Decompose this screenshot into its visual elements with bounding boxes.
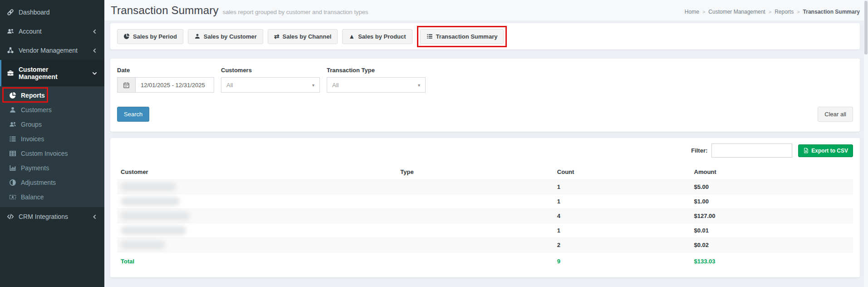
breadcrumb-home[interactable]: Home — [685, 9, 699, 15]
vertical-scrollbar-track[interactable] — [864, 0, 868, 287]
breadcrumb-reports[interactable]: Reports — [775, 9, 794, 15]
link-icon — [7, 9, 14, 16]
calendar-addon[interactable] — [118, 78, 136, 92]
table-total-row: Total 9 $133.03 — [117, 252, 853, 274]
amount-cell: $1.00 — [691, 194, 853, 209]
transaction-type-label: Transaction Type — [327, 67, 426, 74]
customer-cell — [117, 209, 397, 223]
filter-row: Date Customers All ▾ Transaction Type — [117, 67, 853, 93]
exchange-icon: ⇄ — [274, 33, 280, 40]
sidebar: Dashboard Account Vendor Management Cust… — [0, 0, 104, 287]
sidebar-item-label: Customer Management — [19, 66, 87, 80]
count-cell: 1 — [554, 194, 691, 209]
search-filters-panel: Date Customers All ▾ Transaction Type — [110, 59, 860, 132]
sidebar-item-crm-integrations[interactable]: CRM Integrations — [0, 207, 104, 226]
chevron-left-icon — [92, 214, 98, 220]
content-header: Transaction Summary sales report grouped… — [104, 0, 868, 20]
vertical-scrollbar-thumb[interactable] — [864, 1, 868, 54]
sidebar-item-customers[interactable]: Customers — [0, 103, 104, 117]
count-cell: 1 — [554, 180, 691, 194]
money-icon — [9, 193, 16, 201]
title-wrap: Transaction Summary sales report grouped… — [111, 4, 368, 17]
amount-cell: $0.02 — [691, 238, 853, 252]
chevron-down-icon — [92, 70, 98, 76]
table-row: 1 $5.00 — [117, 180, 853, 194]
redacted-customer-name — [121, 226, 186, 235]
date-range-input-group — [117, 77, 214, 93]
clear-all-button[interactable]: Clear all — [818, 107, 853, 122]
date-range-input[interactable] — [136, 78, 214, 92]
share-nodes-icon — [7, 47, 14, 54]
sidebar-item-label: Payments — [21, 164, 49, 172]
transaction-type-select-value: All — [332, 82, 338, 89]
customers-select[interactable]: All ▾ — [221, 77, 320, 93]
caret-down-icon: ▾ — [418, 83, 420, 88]
customer-cell — [117, 194, 397, 209]
tab-sales-by-channel[interactable]: ⇄ Sales by Channel — [268, 29, 338, 44]
transaction-summary-table: Customer Type Count Amount 1 $5.00 — [117, 164, 853, 274]
total-label-cell: Total — [117, 252, 397, 274]
tab-sales-by-period[interactable]: Sales by Period — [117, 29, 183, 44]
count-cell: 4 — [554, 209, 691, 223]
export-to-csv-button[interactable]: Export to CSV — [798, 144, 853, 157]
sidebar-item-groups[interactable]: Groups — [0, 117, 104, 132]
search-button[interactable]: Search — [117, 107, 149, 122]
breadcrumb-separator: > — [769, 9, 771, 15]
app-root: Dashboard Account Vendor Management Cust… — [0, 0, 868, 287]
chevron-left-icon — [92, 29, 98, 35]
sidebar-item-account[interactable]: Account — [0, 22, 104, 41]
sidebar-item-label: Customers — [21, 106, 52, 114]
tab-label: Sales by Period — [133, 33, 177, 40]
sidebar-item-dashboard[interactable]: Dashboard — [0, 3, 104, 22]
caret-down-icon: ▾ — [312, 83, 314, 88]
tab-label: Sales by Customer — [204, 33, 257, 40]
total-type-cell — [397, 252, 553, 274]
table-row: 1 $1.00 — [117, 194, 853, 209]
sidebar-item-vendor-management[interactable]: Vendor Management — [0, 41, 104, 60]
page-subtitle: sales report grouped by customer and tra… — [223, 9, 368, 15]
redacted-customer-name — [121, 183, 176, 191]
chevron-left-icon — [92, 48, 98, 54]
sidebar-item-adjustments[interactable]: Adjustments — [0, 175, 104, 190]
date-label: Date — [117, 67, 214, 74]
column-header-amount: Amount — [691, 164, 853, 180]
sidebar-item-customer-management[interactable]: Customer Management — [0, 60, 104, 86]
customer-cell — [117, 223, 397, 238]
sidebar-item-reports[interactable]: Reports — [0, 88, 104, 103]
export-to-csv-label: Export to CSV — [811, 148, 848, 154]
amount-cell: $0.01 — [691, 223, 853, 238]
redacted-customer-name — [121, 197, 180, 206]
sidebar-item-label: Custom Invoices — [21, 150, 68, 157]
sidebar-item-custom-invoices[interactable]: Custom Invoices — [0, 146, 104, 161]
sidebar-item-payments[interactable]: Payments — [0, 161, 104, 175]
customer-cell — [117, 238, 397, 252]
customer-cell — [117, 180, 397, 194]
tab-sales-by-customer[interactable]: Sales by Customer — [188, 29, 263, 44]
total-amount-cell: $133.03 — [691, 252, 853, 274]
customers-select-value: All — [226, 82, 233, 89]
type-cell — [397, 209, 553, 223]
tab-transaction-summary[interactable]: Transaction Summary — [420, 29, 504, 44]
sidebar-submenu-customer-management: Reports Customers Groups Invoices — [0, 86, 104, 207]
pie-chart-icon — [123, 33, 130, 40]
type-cell — [397, 238, 553, 252]
page-title: Transaction Summary — [111, 4, 219, 17]
tab-sales-by-product[interactable]: ▲ Sales by Product — [342, 29, 412, 44]
sidebar-item-invoices[interactable]: Invoices — [0, 132, 104, 146]
pie-chart-icon — [9, 92, 16, 99]
tab-label: Sales by Channel — [283, 33, 332, 40]
code-icon — [7, 213, 14, 220]
table-icon — [9, 150, 16, 157]
breadcrumb-customer-management[interactable]: Customer Management — [708, 9, 765, 15]
sidebar-item-label: Reports — [21, 92, 45, 99]
transaction-type-select[interactable]: All ▾ — [327, 77, 426, 93]
sidebar-item-label: Balance — [21, 193, 44, 201]
table-row: 4 $127.00 — [117, 209, 853, 223]
sidebar-item-label: CRM Integrations — [19, 213, 87, 220]
tab-label: Sales by Product — [358, 33, 406, 40]
list-icon — [9, 135, 16, 143]
total-count-cell: 9 — [554, 252, 691, 274]
sidebar-item-balance[interactable]: Balance — [0, 190, 104, 204]
type-cell — [397, 223, 553, 238]
table-filter-input[interactable] — [711, 144, 792, 158]
